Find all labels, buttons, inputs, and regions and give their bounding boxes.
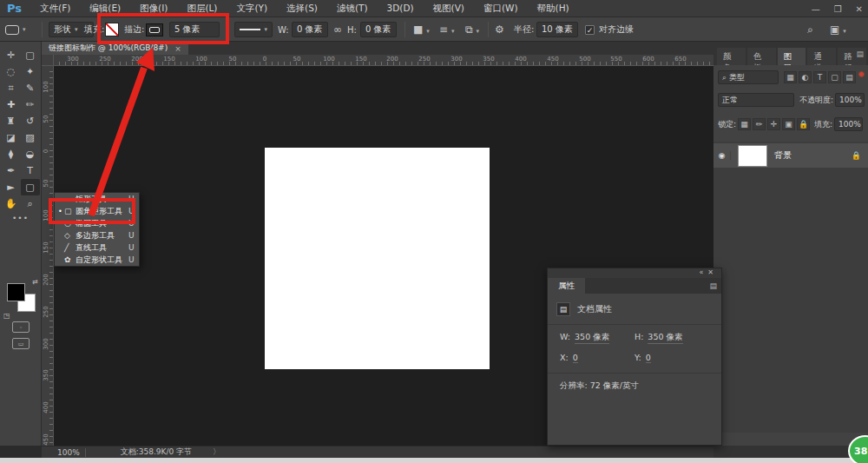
lock-all-icon[interactable]: 🔒: [797, 118, 810, 130]
doc-width-value[interactable]: 350 像素: [575, 332, 609, 344]
tool-eyedropper-icon[interactable]: ✎: [21, 80, 40, 96]
smart-object-filter-icon[interactable]: ▤: [843, 71, 856, 83]
menu-item-0[interactable]: 文件(F): [32, 1, 78, 17]
filter-switch-icon[interactable]: [858, 71, 865, 77]
tool-gradient-icon[interactable]: ▨: [21, 129, 40, 146]
tool-lasso-icon[interactable]: ◌: [2, 63, 21, 80]
tab-properties[interactable]: 属性: [548, 278, 585, 294]
flyout-item-3[interactable]: ◇多边形工具U: [55, 229, 139, 241]
path-alignment-button[interactable]: ≡▾: [439, 23, 455, 36]
collapse-panel-icon[interactable]: «: [699, 268, 707, 276]
layer-filter-select[interactable]: ⌕ 类型: [718, 70, 779, 84]
visibility-eye-icon[interactable]: ◉: [713, 151, 731, 160]
minimize-icon[interactable]: —: [812, 4, 820, 14]
tab-2[interactable]: 图层: [778, 48, 806, 65]
tool-healing-brush-icon[interactable]: ✚: [2, 96, 21, 113]
tool-magic-wand-icon[interactable]: ✦: [21, 63, 40, 80]
tool-path-selection-icon[interactable]: ►: [2, 179, 21, 195]
menu-item-4[interactable]: 文字(Y): [228, 1, 275, 17]
tool-history-brush-icon[interactable]: ↺: [21, 113, 40, 129]
tab-0[interactable]: 颜色: [717, 48, 746, 65]
ruler-v-label-0: 100: [43, 81, 49, 93]
blend-mode-select[interactable]: 正常: [718, 93, 794, 107]
align-edges-checkbox[interactable]: ✓: [585, 25, 595, 35]
radius-input[interactable]: 10 像素: [536, 22, 578, 37]
tab-1[interactable]: 色板: [747, 48, 776, 65]
tool-dodge-icon[interactable]: ◒: [21, 146, 40, 162]
path-arrange-button[interactable]: ⧉▾: [465, 23, 479, 36]
layer-name: 背景: [774, 149, 852, 162]
document-size-info: 文档:358.9K/0 字节: [121, 446, 192, 458]
foreground-color-swatch[interactable]: [7, 283, 25, 301]
properties-panel-header[interactable]: «✕: [548, 268, 721, 278]
tool-pen-icon[interactable]: ✒: [2, 162, 21, 179]
layer-thumbnail[interactable]: [738, 145, 767, 167]
shape-width-input[interactable]: 0 像素: [292, 22, 328, 37]
close-icon[interactable]: ✕: [856, 4, 863, 14]
lock-pixels-icon[interactable]: ✏: [753, 118, 766, 130]
search-icon[interactable]: ⌕: [807, 23, 813, 36]
doc-y-value[interactable]: 0: [646, 353, 651, 363]
path-operations-button[interactable]: ■▾: [413, 23, 430, 36]
tool-type-icon[interactable]: T: [21, 162, 40, 179]
tab-close-icon[interactable]: ×: [174, 44, 181, 53]
zoom-level-field[interactable]: 100%: [52, 448, 86, 457]
tool-move-icon[interactable]: ✛: [2, 47, 21, 63]
lock-transparent-icon[interactable]: ▦: [738, 118, 751, 130]
menu-item-9[interactable]: 窗口(W): [476, 1, 526, 17]
adjustment-filter-icon[interactable]: ◐: [799, 71, 812, 83]
gear-icon[interactable]: ⚙: [495, 23, 504, 36]
doc-height-value[interactable]: 350 像素: [648, 332, 682, 344]
default-colors-icon[interactable]: ◳: [3, 312, 10, 320]
quick-mask-button[interactable]: ◦: [12, 321, 30, 333]
tool-brush-icon[interactable]: ✏: [21, 96, 40, 113]
tool-eraser-icon[interactable]: ◪: [2, 129, 21, 146]
ruler-v-label-3: 50: [43, 177, 49, 189]
tool-blur-icon[interactable]: ⧫: [2, 146, 21, 162]
edit-toolbar-icon[interactable]: •••: [0, 214, 41, 222]
link-dimensions-icon[interactable]: ∞: [333, 23, 342, 36]
shape-filter-icon[interactable]: ▢: [828, 71, 841, 83]
menu-item-6[interactable]: 滤镜(T): [329, 1, 376, 17]
tool-marquee-icon[interactable]: ▢: [21, 47, 40, 63]
flyout-item-4[interactable]: ╱直线工具U: [55, 241, 139, 254]
doc-y-label: Y:: [635, 353, 641, 363]
restore-icon[interactable]: ❐: [834, 4, 842, 14]
tool-crop-icon[interactable]: ⌗: [2, 80, 21, 96]
menu-item-8[interactable]: 视图(V): [425, 1, 472, 17]
workspace-switcher-button[interactable]: ▣▾: [830, 23, 846, 36]
layer-row-background[interactable]: ◉ 背景 🔒: [713, 143, 868, 168]
pixel-filter-icon[interactable]: ▦: [784, 71, 797, 83]
vertical-ruler[interactable]: 10050050100150200250300350400450: [42, 66, 54, 446]
stroke-style-select[interactable]: ▾: [234, 22, 273, 37]
type-filter-icon[interactable]: T: [813, 71, 826, 83]
menu-item-10[interactable]: 帮助(H): [529, 1, 577, 17]
tool-clone-stamp-icon[interactable]: ♜: [2, 113, 21, 129]
tab-3[interactable]: 通道: [807, 48, 836, 65]
fill-input[interactable]: 100%: [834, 117, 863, 131]
document-canvas[interactable]: [265, 148, 490, 369]
swap-colors-icon[interactable]: ⇄: [32, 278, 38, 286]
menu-item-7[interactable]: 3D(D): [379, 1, 422, 17]
panel-menu-icon[interactable]: ▤: [709, 281, 717, 290]
shape-height-input[interactable]: 0 像素: [360, 22, 397, 37]
lock-artboard-icon[interactable]: ▣: [782, 118, 795, 130]
ruler-h-label-0: 300: [67, 56, 78, 63]
doc-x-value[interactable]: 0: [573, 353, 578, 363]
panel-dock-menu-icon[interactable]: ▤: [856, 50, 864, 58]
tool-hand-icon[interactable]: ✋: [2, 195, 21, 212]
flyout-item-5[interactable]: ✿自定形状工具U: [55, 254, 139, 266]
lock-icon: 🔒: [852, 151, 861, 160]
opacity-input[interactable]: 100%: [835, 93, 865, 107]
tool-preset-button[interactable]: ▾: [5, 17, 26, 42]
screen-mode-button[interactable]: ▭: [12, 338, 30, 349]
horizontal-ruler[interactable]: 3002502001501005005010015020025030035040…: [54, 55, 713, 66]
ruler-origin-box[interactable]: [42, 55, 54, 66]
resolution-value[interactable]: 72 像素/英寸: [590, 380, 639, 392]
tool-shape-icon[interactable]: ▢: [21, 179, 40, 195]
close-panel-icon[interactable]: ✕: [707, 268, 718, 276]
tool-zoom-icon[interactable]: ⌕: [21, 195, 40, 212]
lock-position-icon[interactable]: ✛: [767, 118, 780, 130]
menu-item-5[interactable]: 选择(S): [279, 1, 326, 17]
status-expander-icon[interactable]: 〉: [213, 446, 220, 458]
